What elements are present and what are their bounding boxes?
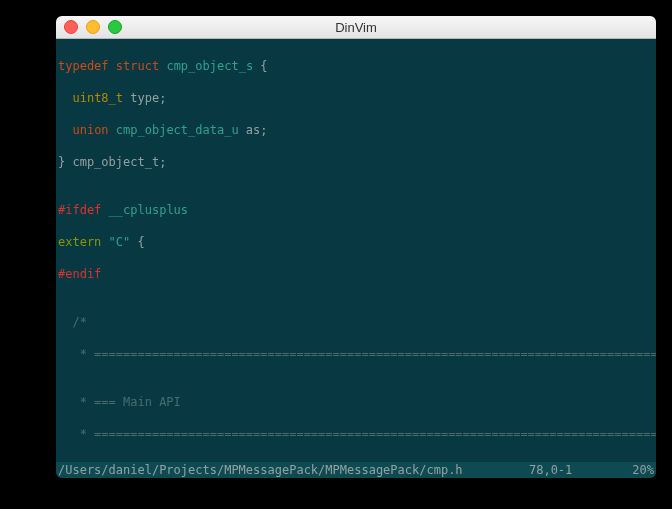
code-line: uint8_t type; xyxy=(58,90,654,106)
code-line: * ======================================… xyxy=(58,426,654,442)
status-bar: /Users/daniel/Projects/MPMessagePack/MPM… xyxy=(56,462,656,478)
code-line: #ifdef __cplusplus xyxy=(58,202,654,218)
code-line: extern "C" { xyxy=(58,234,654,250)
app-window: DinVim typedef struct cmp_object_s { uin… xyxy=(56,16,656,478)
status-scroll-percent: 20% xyxy=(632,462,654,478)
code-line: /* xyxy=(58,314,654,330)
code-line: * === Main API xyxy=(58,394,654,410)
editor-viewport[interactable]: typedef struct cmp_object_s { uint8_t ty… xyxy=(56,38,656,462)
code-line: typedef struct cmp_object_s { xyxy=(58,58,654,74)
titlebar: DinVim xyxy=(56,16,656,39)
status-cursor-position: 78,0-1 xyxy=(529,462,572,478)
code-line: union cmp_object_data_u as; xyxy=(58,122,654,138)
code-line: } cmp_object_t; xyxy=(58,154,654,170)
status-file-path: /Users/daniel/Projects/MPMessagePack/MPM… xyxy=(58,462,463,478)
code-line: * ======================================… xyxy=(58,346,654,362)
code-line: #endif xyxy=(58,266,654,282)
window-title: DinVim xyxy=(56,20,656,35)
